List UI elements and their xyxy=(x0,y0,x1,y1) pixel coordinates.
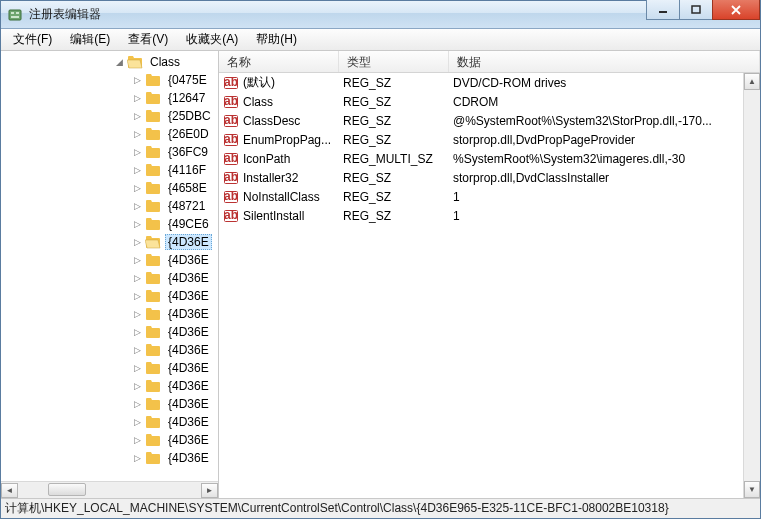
expand-icon[interactable]: ▷ xyxy=(131,128,143,140)
scroll-right-button[interactable]: ► xyxy=(201,483,218,498)
column-header-type[interactable]: 类型 xyxy=(339,51,449,72)
expand-icon[interactable]: ▷ xyxy=(131,164,143,176)
expand-icon[interactable]: ▷ xyxy=(131,272,143,284)
tree-horizontal-scrollbar[interactable]: ◄ ► xyxy=(1,481,218,498)
tree-item[interactable]: ▷{4D36E xyxy=(1,395,218,413)
registry-tree[interactable]: ◢Class▷{0475E▷{12647▷{25DBC▷{26E0D▷{36FC… xyxy=(1,51,218,481)
folder-icon xyxy=(145,397,161,411)
value-row[interactable]: abClassREG_SZCDROM xyxy=(219,92,743,111)
tree-item-label: {4D36E xyxy=(168,397,209,411)
tree-item-label: {4658E xyxy=(168,181,207,195)
values-list[interactable]: ab(默认)REG_SZDVD/CD-ROM drivesabClassREG_… xyxy=(219,73,743,498)
tree-item[interactable]: ▷{4D36E xyxy=(1,413,218,431)
expand-icon[interactable]: ▷ xyxy=(131,416,143,428)
svg-text:ab: ab xyxy=(224,151,238,165)
minimize-button[interactable] xyxy=(646,0,680,20)
tree-item[interactable]: ▷{48721 xyxy=(1,197,218,215)
svg-text:ab: ab xyxy=(224,94,238,108)
scroll-thumb[interactable] xyxy=(48,483,86,496)
expand-icon[interactable]: ▷ xyxy=(131,110,143,122)
tree-item[interactable]: ▷{4D36E xyxy=(1,305,218,323)
value-name: NoInstallClass xyxy=(243,190,343,204)
list-vertical-scrollbar[interactable]: ▲ ▼ xyxy=(743,73,760,498)
expand-icon[interactable]: ▷ xyxy=(131,218,143,230)
tree-item-label: {49CE6 xyxy=(168,217,209,231)
tree-item-label: {4D36E xyxy=(168,343,209,357)
menu-favorites[interactable]: 收藏夹(A) xyxy=(178,29,246,50)
expand-icon[interactable]: ▷ xyxy=(131,344,143,356)
scroll-track[interactable] xyxy=(18,483,201,498)
column-header-name[interactable]: 名称 xyxy=(219,51,339,72)
value-row[interactable]: abNoInstallClassREG_SZ1 xyxy=(219,187,743,206)
value-row[interactable]: ab(默认)REG_SZDVD/CD-ROM drives xyxy=(219,73,743,92)
tree-item[interactable]: ▷{4D36E xyxy=(1,269,218,287)
expand-icon[interactable]: ▷ xyxy=(131,398,143,410)
tree-item[interactable]: ▷{26E0D xyxy=(1,125,218,143)
menu-file[interactable]: 文件(F) xyxy=(5,29,60,50)
tree-item[interactable]: ▷{4D36E xyxy=(1,449,218,467)
scroll-down-button[interactable]: ▼ xyxy=(744,481,760,498)
close-button[interactable] xyxy=(712,0,760,20)
scroll-left-button[interactable]: ◄ xyxy=(1,483,18,498)
tree-item[interactable]: ▷{4D36E xyxy=(1,251,218,269)
window-buttons xyxy=(647,1,760,28)
expand-icon[interactable]: ▷ xyxy=(131,308,143,320)
folder-icon xyxy=(145,433,161,447)
value-data: DVD/CD-ROM drives xyxy=(453,76,743,90)
expand-icon[interactable]: ▷ xyxy=(131,290,143,302)
folder-icon xyxy=(145,451,161,465)
tree-item[interactable]: ▷{4D36E xyxy=(1,377,218,395)
collapse-icon[interactable]: ◢ xyxy=(113,56,125,68)
body: ◢Class▷{0475E▷{12647▷{25DBC▷{26E0D▷{36FC… xyxy=(1,51,760,498)
value-data: %SystemRoot%\System32\imageres.dll,-30 xyxy=(453,152,743,166)
expand-icon[interactable]: ▷ xyxy=(131,92,143,104)
maximize-button[interactable] xyxy=(679,0,713,20)
tree-item[interactable]: ▷{4D36E xyxy=(1,323,218,341)
expand-icon[interactable]: ▷ xyxy=(131,200,143,212)
menu-help[interactable]: 帮助(H) xyxy=(248,29,305,50)
tree-item[interactable]: ▷{4D36E xyxy=(1,233,218,251)
tree-item[interactable]: ▷{12647 xyxy=(1,89,218,107)
value-name: SilentInstall xyxy=(243,209,343,223)
value-data: storprop.dll,DvdPropPageProvider xyxy=(453,133,743,147)
expand-icon[interactable]: ▷ xyxy=(131,74,143,86)
svg-text:ab: ab xyxy=(224,170,238,184)
tree-item[interactable]: ▷{4D36E xyxy=(1,287,218,305)
tree-item[interactable]: ▷{36FC9 xyxy=(1,143,218,161)
folder-icon xyxy=(145,271,161,285)
expand-icon[interactable]: ▷ xyxy=(131,236,143,248)
expand-icon[interactable]: ▷ xyxy=(131,434,143,446)
value-row[interactable]: abSilentInstallREG_SZ1 xyxy=(219,206,743,225)
value-row[interactable]: abIconPathREG_MULTI_SZ%SystemRoot%\Syste… xyxy=(219,149,743,168)
expand-icon[interactable]: ▷ xyxy=(131,380,143,392)
tree-item[interactable]: ▷{4D36E xyxy=(1,341,218,359)
scroll-up-button[interactable]: ▲ xyxy=(744,73,760,90)
tree-item[interactable]: ▷{25DBC xyxy=(1,107,218,125)
value-type: REG_SZ xyxy=(343,171,453,185)
scroll-track[interactable] xyxy=(744,90,760,481)
expand-icon[interactable]: ▷ xyxy=(131,182,143,194)
tree-item[interactable]: ▷{4116F xyxy=(1,161,218,179)
value-row[interactable]: abInstaller32REG_SZstorprop.dll,DvdClass… xyxy=(219,168,743,187)
tree-item[interactable]: ▷{4D36E xyxy=(1,431,218,449)
value-row[interactable]: abClassDescREG_SZ@%SystemRoot%\System32\… xyxy=(219,111,743,130)
column-header-data[interactable]: 数据 xyxy=(449,51,760,72)
expand-icon[interactable]: ▷ xyxy=(131,452,143,464)
menu-edit[interactable]: 编辑(E) xyxy=(62,29,118,50)
titlebar[interactable]: 注册表编辑器 xyxy=(1,1,760,29)
folder-icon xyxy=(145,361,161,375)
expand-icon[interactable]: ▷ xyxy=(131,254,143,266)
expand-icon[interactable]: ▷ xyxy=(131,326,143,338)
tree-item[interactable]: ▷{4658E xyxy=(1,179,218,197)
tree-item[interactable]: ▷{49CE6 xyxy=(1,215,218,233)
tree-item[interactable]: ▷{0475E xyxy=(1,71,218,89)
menu-view[interactable]: 查看(V) xyxy=(120,29,176,50)
value-type: REG_SZ xyxy=(343,114,453,128)
expand-icon[interactable]: ▷ xyxy=(131,146,143,158)
expand-icon[interactable]: ▷ xyxy=(131,362,143,374)
tree-item-class[interactable]: ◢Class xyxy=(1,53,218,71)
svg-text:ab: ab xyxy=(224,208,238,222)
tree-item[interactable]: ▷{4D36E xyxy=(1,359,218,377)
tree-item-label: {4D36E xyxy=(168,235,209,249)
value-row[interactable]: abEnumPropPag...REG_SZstorprop.dll,DvdPr… xyxy=(219,130,743,149)
